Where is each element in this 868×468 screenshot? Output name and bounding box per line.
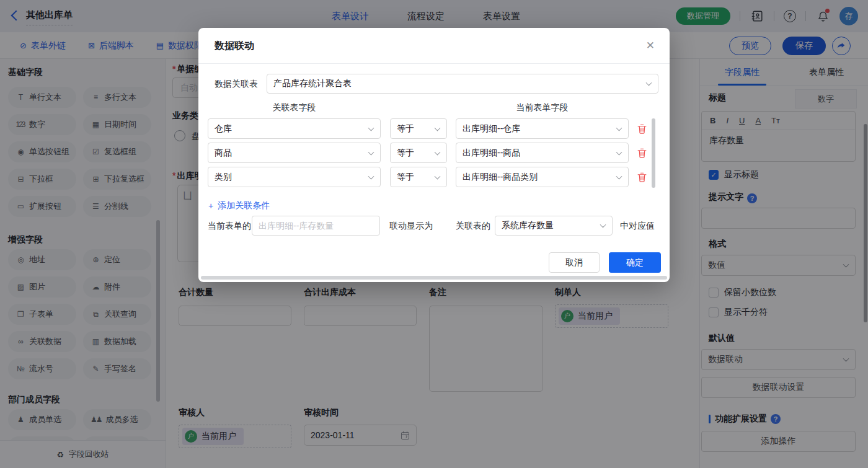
trash-icon	[637, 148, 647, 158]
add-condition-label: 添加关联条件	[218, 200, 270, 211]
chevron-down-icon	[616, 173, 622, 179]
data-linkage-modal: 数据联动 ✕ 数据关联表 产品库存统计聚合表 关联表字段 当前表单字段 仓库 等…	[198, 28, 670, 282]
delete-condition-button[interactable]	[637, 172, 647, 182]
operator-select[interactable]: 等于	[390, 118, 447, 139]
chevron-down-icon	[368, 149, 374, 155]
trash-icon	[637, 172, 647, 182]
condition-row: 仓库 等于 出库明细--仓库	[208, 118, 655, 139]
chevron-down-icon	[435, 149, 441, 155]
trash-icon	[637, 124, 647, 134]
confirm-button[interactable]: 确定	[609, 252, 661, 273]
column-header-right: 当前表单字段	[456, 102, 629, 113]
condition-row: 商品 等于 出库明细--商品	[208, 143, 655, 163]
delete-condition-button[interactable]	[637, 124, 647, 134]
condition-rows: 仓库 等于 出库明细--仓库 商品	[208, 118, 655, 191]
chevron-down-icon	[616, 149, 622, 155]
form-field-select[interactable]: 出库明细--仓库	[456, 118, 629, 139]
relation-field-select[interactable]: 商品	[208, 143, 381, 163]
conditions-scrollbar[interactable]	[652, 118, 655, 188]
chevron-down-icon	[435, 173, 441, 179]
relation-field-select[interactable]: 仓库	[208, 118, 381, 139]
map-relation-label: 关联表的	[456, 216, 490, 236]
modal-header: 数据联动 ✕	[198, 28, 670, 64]
chevron-down-icon	[616, 125, 622, 131]
map-relation-select[interactable]: 系统库存数量	[495, 216, 613, 236]
operator-select[interactable]: 等于	[390, 167, 447, 187]
map-middle-label: 联动显示为	[389, 216, 433, 236]
map-current-label: 当前表单的	[208, 216, 251, 236]
condition-row: 类别 等于 出库明细--商品类别	[208, 167, 655, 187]
modal-title: 数据联动	[215, 28, 254, 64]
chevron-down-icon	[368, 173, 374, 179]
chevron-down-icon	[600, 222, 606, 228]
relation-table-label: 数据关联表	[215, 74, 258, 94]
form-field-select[interactable]: 出库明细--商品类别	[456, 167, 629, 187]
form-field-select[interactable]: 出库明细--商品	[456, 143, 629, 163]
chevron-down-icon	[368, 125, 374, 131]
relation-field-select[interactable]: 类别	[208, 167, 381, 187]
map-suffix-label: 中对应值	[620, 216, 655, 236]
add-condition-link[interactable]: + 添加关联条件	[208, 200, 270, 211]
modal-horizontal-scrollbar[interactable]	[201, 276, 667, 280]
column-header-left: 关联表字段	[208, 102, 381, 113]
operator-select[interactable]: 等于	[390, 143, 447, 163]
plus-icon: +	[208, 201, 213, 211]
chevron-down-icon	[435, 125, 441, 131]
close-icon[interactable]: ✕	[646, 39, 655, 52]
chevron-down-icon	[646, 80, 652, 86]
cancel-button[interactable]: 取消	[549, 252, 600, 273]
delete-condition-button[interactable]	[637, 148, 647, 158]
relation-table-select[interactable]: 产品库存统计聚合表	[267, 74, 658, 94]
map-current-input[interactable]	[252, 216, 380, 236]
